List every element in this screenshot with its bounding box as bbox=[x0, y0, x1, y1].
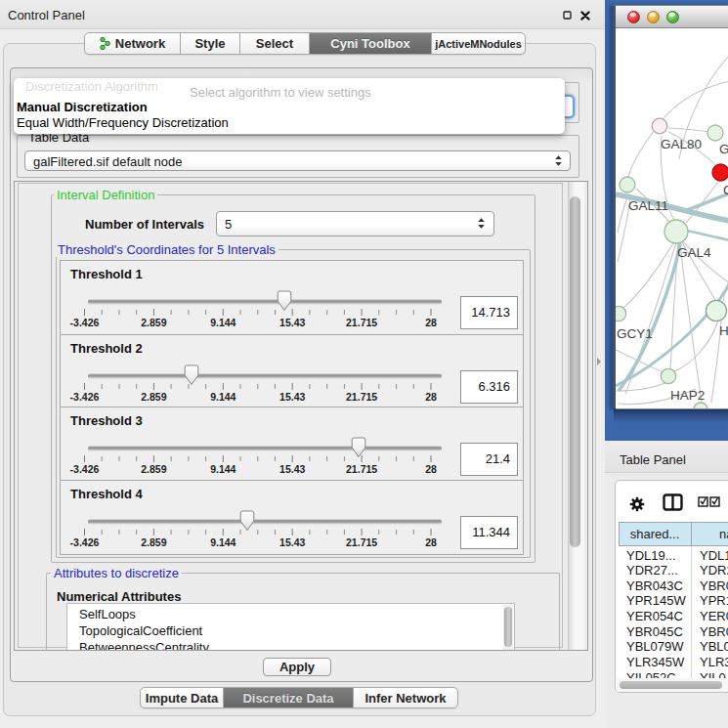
svg-text:H: H bbox=[719, 323, 728, 338]
svg-text:GAL11: GAL11 bbox=[628, 198, 668, 213]
svg-text:HAP2: HAP2 bbox=[670, 388, 705, 403]
svg-text:GCY1: GCY1 bbox=[617, 326, 653, 341]
svg-text:GAL80: GAL80 bbox=[661, 137, 702, 151]
svg-text:GAL4: GAL4 bbox=[677, 245, 711, 260]
svg-text:C: C bbox=[723, 183, 728, 197]
svg-text:GA: GA bbox=[719, 142, 728, 156]
